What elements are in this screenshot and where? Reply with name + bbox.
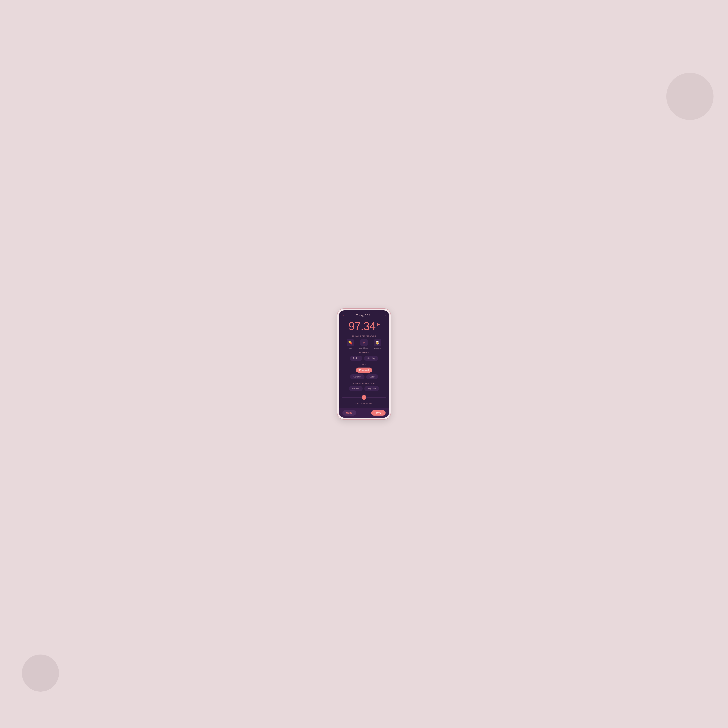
hungover-item[interactable]: 🍺 Hungover	[374, 339, 381, 349]
sex-sub-buttons: Condom Other	[343, 374, 385, 379]
nav-prev-button[interactable]: ‹	[383, 314, 384, 317]
ovulation-test-section: OVULATION TEST (LH) Positive Negative	[339, 382, 389, 391]
condom-button[interactable]: Condom	[350, 374, 364, 379]
nav-next-button[interactable]: ›	[385, 314, 385, 317]
scroll-content[interactable]: EXCLUDE TEMPERATURE 💊 Sick Z Z	[339, 335, 389, 418]
spotting-button[interactable]: Spotting	[364, 356, 378, 361]
period-button[interactable]: Period	[350, 356, 362, 361]
other-button[interactable]: Other	[366, 374, 378, 379]
bg-circle-right	[666, 73, 714, 120]
positive-button[interactable]: Positive	[349, 386, 362, 391]
sex-buttons: Protected	[343, 367, 385, 373]
page-background: × Today, CD 2 ‹ › 97.34°F EXCLUDE TEMPER…	[0, 0, 728, 728]
expand-button[interactable]: ⌄	[362, 395, 366, 400]
chevron-down-icon: ⌄	[363, 396, 365, 399]
temperature-number: 97.34	[349, 320, 375, 332]
exclude-temperature-label: EXCLUDE TEMPERATURE	[343, 335, 385, 337]
ovulation-test-label: OVULATION TEST (LH)	[343, 382, 385, 384]
slept-differently-label: Slept differently	[359, 347, 369, 349]
exclude-temperature-icons: 💊 Sick Z Z Slept differently	[343, 339, 385, 349]
temperature-value[interactable]: 97.34°F	[349, 320, 379, 332]
protected-button[interactable]: Protected	[356, 367, 372, 373]
header: × Today, CD 2 ‹ ›	[339, 310, 389, 319]
svg-text:Z: Z	[364, 341, 365, 343]
hungover-label: Hungover	[374, 347, 381, 349]
close-button[interactable]: ×	[343, 314, 344, 317]
sex-label: SEX	[343, 364, 385, 366]
expand-row: ⌄	[339, 394, 389, 401]
bleeding-label: BLEEDING	[343, 352, 385, 354]
temperature-display: 97.34°F	[339, 319, 389, 335]
negative-button[interactable]: Negative	[364, 386, 379, 391]
bleeding-buttons: Period Spotting	[343, 356, 385, 361]
sick-item[interactable]: 💊 Sick	[347, 339, 354, 349]
phone-frame: × Today, CD 2 ‹ › 97.34°F EXCLUDE TEMPER…	[337, 308, 391, 420]
cervical-mucus-label: CERVICAL MUCUS	[339, 402, 389, 404]
bleeding-section: BLEEDING Period Spotting	[339, 352, 389, 361]
save-button[interactable]: SAVE	[371, 410, 385, 416]
slept-differently-icon: Z Z	[360, 339, 368, 346]
hungover-icon: 🍺	[374, 339, 381, 346]
slept-differently-item[interactable]: Z Z Slept differently	[359, 339, 369, 349]
sick-label: Sick	[349, 347, 352, 349]
nav-arrows: ‹ ›	[383, 314, 385, 317]
more-button[interactable]: MORE	[343, 410, 356, 416]
sex-section: SEX Protected Condom Other	[339, 364, 389, 379]
temperature-unit: °F	[375, 322, 379, 327]
bg-circle-left	[22, 655, 59, 691]
sick-icon: 💊	[347, 339, 354, 346]
bottom-bar: MORE SAVE	[339, 408, 389, 418]
screen: × Today, CD 2 ‹ › 97.34°F EXCLUDE TEMPER…	[339, 310, 389, 418]
exclude-temperature-section: EXCLUDE TEMPERATURE 💊 Sick Z Z	[339, 335, 389, 349]
ovulation-test-buttons: Positive Negative	[343, 386, 385, 391]
header-title: Today, CD 2	[356, 314, 370, 317]
